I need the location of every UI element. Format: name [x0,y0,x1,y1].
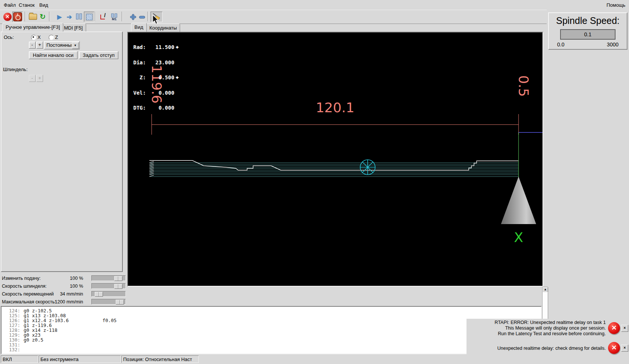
gcode-listing[interactable]: 124:g0 z-102.5 125:g1 x13 z-103.08 126:g… [1,306,542,354]
run-button[interactable]: ▶ [54,12,65,22]
spindle-override-row: Скорость шпинделя: 100 % [0,283,127,290]
spindle-speed-bar: 0.1 [560,29,616,40]
homed-icon: ⌖ [176,74,179,80]
jog-speed-slider[interactable] [91,291,126,297]
gcode-line[interactable]: 126:g1 x12.4 z-103.6 f0.05 [1,318,541,323]
max-velocity-slider[interactable] [91,299,126,305]
zoom-in-icon [130,13,136,20]
run-icon: ▶ [57,13,62,21]
clear-plot-button[interactable] [151,12,162,22]
notification-text: RTAPI: ERROR: Unexpected realtime delay … [495,320,606,337]
gcode-line[interactable]: 128:g0 x14 z-118 [1,328,541,333]
spindle-minus-button[interactable]: - [29,75,36,82]
manual-control-panel: Ось: X Z - + Постоянный ▼ Найти начало о… [1,31,123,272]
linuxcnc-axis-window: Файл Станок Вид Помощь ✕ ↻ ▶ ➔ [0,0,629,364]
dimension-lines [152,114,519,135]
menu-machine[interactable]: Станок [17,1,36,9]
jog-speed-value: 34 mm/min [60,291,83,297]
menu-file[interactable]: Файл [2,1,17,9]
status-position: Позиция: Относительная Наст [121,355,199,363]
machine-power-button[interactable] [12,12,23,22]
tab-dro[interactable]: Координаты [146,24,180,32]
backplot-graphics: 120.1 119.6 0.5 [128,33,543,286]
slider-handle[interactable] [95,292,103,297]
slider-handle[interactable] [116,300,124,305]
stop-button[interactable] [84,12,94,22]
spindle-plus-button[interactable]: + [36,75,43,82]
scroll-up-icon[interactable]: ▲ [543,287,548,293]
feed-override-row: Изменить подачу: 100 % [0,275,127,282]
stop-icon [86,14,92,20]
status-power: ВКЛ [1,355,38,363]
skip-block-button[interactable]: / [98,12,108,22]
zoom-out-button[interactable] [137,12,147,22]
tab-manual-control[interactable]: Ручное управление-[F3] [2,23,63,32]
optional-stop-button[interactable]: M1 [109,12,119,22]
clear-plot-brush-icon [152,12,161,21]
notification-close-button[interactable]: × [621,325,628,332]
dimension-labels: 120.1 119.6 0.5 [149,65,531,115]
tab-preview[interactable]: Вид [131,23,147,32]
zoom-out-icon [139,13,145,20]
spindle-speed-min: 0.0 [557,42,564,48]
pause-button[interactable] [74,12,84,22]
feed-override-value: 100 % [70,276,83,281]
spindle-speed-panel: Spindle Speed: 0.1 0.0 3000 [548,12,628,50]
step-button[interactable]: ➔ [64,12,75,22]
tab-mdi[interactable]: MDI [F5] [61,24,86,32]
max-velocity-label: Максимальная скорость: [2,299,56,305]
gcode-line[interactable]: 124:g0 z-102.5 [1,308,541,313]
max-velocity-value: 1200 mm/min [55,299,83,305]
origin-marker-icon [360,160,375,175]
gcode-line[interactable]: 127:g1 z-119.6 [1,323,541,328]
spindle-speed-max: 3000 [607,42,619,48]
estop-button[interactable]: ✕ [2,12,13,22]
reload-icon: ↻ [40,13,46,21]
jog-speed-label: Скорость перемещений [2,291,54,297]
menu-view[interactable]: Вид [38,1,50,9]
jog-plus-button[interactable]: + [36,42,43,49]
open-file-button[interactable] [28,12,38,22]
jog-speed-row: Скорость перемещений 34 mm/min [0,291,127,297]
max-velocity-row: Максимальная скорость: 1200 mm/min [0,299,127,305]
radio-axis-x-label[interactable]: X [37,34,41,40]
x-axis-letter: X [514,230,523,245]
dimension-right-label: 0.5 [516,75,531,97]
gcode-line[interactable]: 132: [1,347,541,352]
gcode-line[interactable]: 131: [1,342,541,347]
reload-button[interactable]: ↻ [37,12,48,22]
slider-handle[interactable] [114,284,122,289]
dro-readout: Rad: 11.500⌖ Dia: 23.000 Z: 0.500⌖ Vel: … [133,35,179,121]
home-axis-button[interactable]: Найти начало оси [29,51,78,59]
toolbar-separator [95,12,95,21]
axis-label: Ось: [4,34,14,40]
jog-minus-button[interactable]: - [29,42,36,49]
pause-icon [76,13,82,21]
homed-icon: ⌖ [176,44,179,50]
radio-axis-z[interactable] [49,35,54,40]
dimension-length-label: 120.1 [316,100,354,115]
notification-close-button[interactable]: × [621,345,628,352]
spindle-label: Шпиндель: [3,67,28,72]
notification-text: Unexpected realtime delay: check dmesg f… [497,346,606,351]
feed-lines [149,163,519,177]
menu-bar: Файл Станок Вид Помощь [0,0,629,9]
touch-off-button[interactable]: Задать отступ [79,51,118,59]
chevron-down-icon: ▼ [72,42,79,49]
gcode-line[interactable]: 129:g0 x23 [1,333,541,337]
gcode-line[interactable]: 130:g0 z0.5 [1,337,541,342]
spindle-override-slider[interactable] [91,283,126,289]
preview-canvas[interactable]: 120.1 119.6 0.5 [127,32,543,287]
feed-override-slider[interactable] [91,275,126,281]
slider-handle[interactable] [114,276,122,281]
jog-increment-dropdown[interactable]: Постоянный ▼ [44,41,80,49]
error-icon: ✕ [608,342,620,354]
spindle-override-label: Скорость шпинделя: [2,284,47,289]
optional-stop-m1-icon: M1 [111,13,118,21]
toolbar: ✕ ↻ ▶ ➔ / [0,10,547,24]
radio-axis-z-label[interactable]: Z [55,34,58,40]
step-icon: ➔ [67,13,72,21]
menu-help[interactable]: Помощь [605,1,627,9]
skip-block-icon: / [100,15,105,19]
radio-axis-x[interactable] [31,35,36,40]
